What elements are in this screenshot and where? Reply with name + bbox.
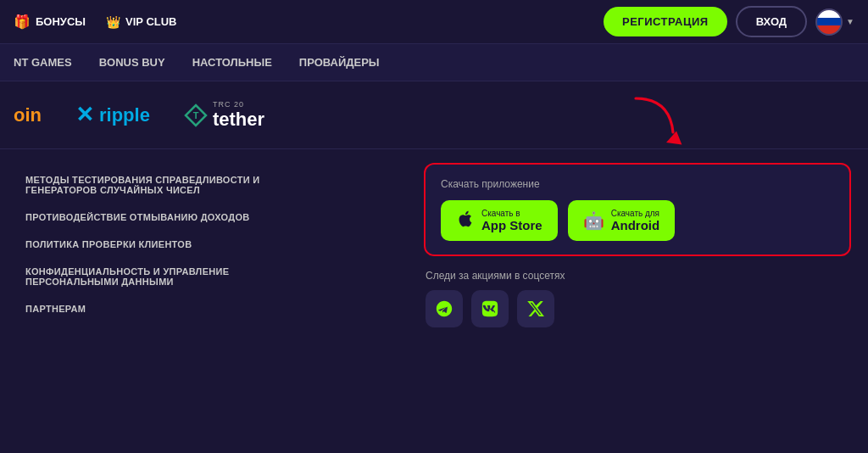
tether-name: tether [213, 109, 264, 131]
telegram-icon-button[interactable] [426, 290, 463, 327]
nav-item-providers[interactable]: ПРОВАЙДЕРЫ [299, 56, 380, 69]
tether-text-group: TRC 20 tether [213, 100, 264, 131]
apple-icon [456, 210, 475, 232]
bonus-icon: 🎁 [14, 14, 31, 30]
arrow-indicator [622, 92, 690, 163]
android-text: Скачать для Android [611, 209, 660, 232]
sidebar-link-privacy[interactable]: КОНФИДЕНЦИАЛЬНОСТЬ И УПРАВЛЕНИЕПЕРСОНАЛЬ… [25, 258, 393, 295]
login-button[interactable]: ВХОД [736, 6, 807, 37]
appstore-button[interactable]: Скачать в App Store [441, 200, 558, 241]
top-nav-left: 🎁 БОНУСЫ 👑 VIP CLUB [14, 14, 604, 30]
appstore-small: Скачать в [481, 209, 542, 218]
top-navigation: 🎁 БОНУСЫ 👑 VIP CLUB РЕГИСТРАЦИЯ ВХОД ▼ [0, 0, 868, 44]
coin-logo: oin [14, 104, 42, 126]
appstore-big: App Store [481, 218, 542, 232]
sidebar-link-kyc[interactable]: ПОЛИТИКА ПРОВЕРКИ КЛИЕНТОВ [25, 231, 393, 258]
trc20-label: TRC 20 [213, 100, 264, 109]
social-section: Следи за акциями в соцсетях [424, 270, 851, 327]
social-label: Следи за акциями в соцсетях [426, 270, 849, 282]
android-icon: 🤖 [583, 210, 604, 231]
twitter-x-icon-button[interactable] [517, 290, 554, 327]
nav-item-table-games[interactable]: НАСТОЛЬНЫЕ [192, 56, 272, 69]
vk-icon-button[interactable] [471, 290, 509, 327]
main-content: МЕТОДЫ ТЕСТИРОВАНИЯ СПРАВЕДЛИВОСТИ ИГЕНЕ… [0, 149, 868, 453]
vip-icon: 👑 [106, 15, 120, 29]
sidebar-link-aml[interactable]: ПРОТИВОДЕЙСТВИЕ ОТМЫВАНИЮ ДОХОДОВ [25, 204, 393, 231]
bonuses-label: БОНУСЫ [36, 15, 86, 28]
android-big: Android [611, 218, 660, 232]
top-nav-right: РЕГИСТРАЦИЯ ВХОД ▼ [604, 6, 854, 37]
vip-nav-item[interactable]: 👑 VIP CLUB [106, 15, 176, 29]
nav-item-bonus-buy[interactable]: BONUS BUY [99, 56, 165, 69]
left-sidebar: МЕТОДЫ ТЕСТИРОВАНИЯ СПРАВЕДЛИВОСТИ ИГЕНЕ… [0, 149, 407, 453]
app-download-box: Скачать приложение Скачать в App Store 🤖… [424, 163, 851, 256]
sidebar-link-partners[interactable]: ПАРТНЕРАМ [25, 295, 393, 322]
app-download-label: Скачать приложение [441, 178, 834, 190]
ripple-logo: ✕ ripple [75, 102, 150, 128]
register-button[interactable]: РЕГИСТРАЦИЯ [604, 7, 727, 36]
nav-item-games[interactable]: NT GAMES [14, 56, 72, 69]
right-panel: Скачать приложение Скачать в App Store 🤖… [407, 149, 868, 453]
appstore-text: Скачать в App Store [481, 209, 542, 232]
android-small: Скачать для [611, 209, 660, 218]
crypto-payment-bar: oin ✕ ripple T TRC 20 tether [0, 81, 868, 149]
flag-icon [815, 8, 843, 36]
second-navigation: NT GAMES BONUS BUY НАСТОЛЬНЫЕ ПРОВАЙДЕРЫ [0, 44, 868, 81]
ripple-icon: ✕ [75, 102, 94, 128]
social-icons-group [426, 290, 849, 327]
sidebar-link-fairness[interactable]: МЕТОДЫ ТЕСТИРОВАНИЯ СПРАВЕДЛИВОСТИ ИГЕНЕ… [25, 166, 393, 204]
tether-icon: T [184, 103, 208, 127]
coin-label: oin [14, 104, 42, 126]
app-buttons-group: Скачать в App Store 🤖 Скачать для Androi… [441, 200, 834, 241]
chevron-down-icon: ▼ [846, 17, 854, 26]
android-button[interactable]: 🤖 Скачать для Android [568, 200, 676, 241]
svg-text:T: T [193, 110, 199, 120]
bonuses-nav-item[interactable]: 🎁 БОНУСЫ [14, 14, 86, 30]
tether-logo: T TRC 20 tether [184, 100, 264, 131]
ripple-label: ripple [99, 104, 150, 126]
language-selector[interactable]: ▼ [815, 8, 854, 36]
vip-label: VIP CLUB [125, 15, 176, 28]
